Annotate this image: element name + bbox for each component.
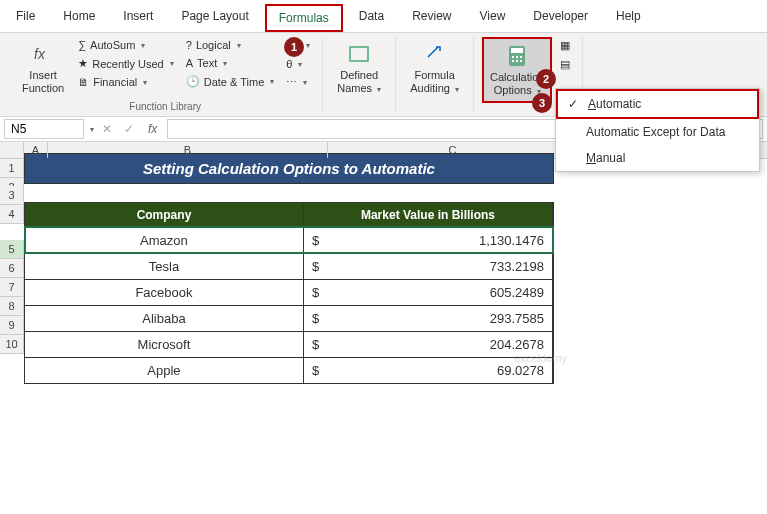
auditing-icon	[421, 41, 449, 67]
group-formula-auditing: Formula Auditing ▾	[396, 37, 474, 112]
row-header[interactable]: 4	[0, 205, 24, 224]
chevron-down-icon: ▾	[303, 78, 307, 87]
calc-now-button[interactable]: ▦	[556, 37, 574, 54]
cell-value: $1,130.1476	[304, 228, 553, 253]
table-row[interactable]: Microsoft$204.2678	[25, 331, 553, 357]
svg-point-4	[512, 56, 514, 58]
text-icon: A	[186, 57, 193, 69]
chevron-down-icon: ▾	[237, 41, 241, 50]
financial-button[interactable]: 🗎Financial▾	[74, 74, 178, 90]
cell-value: $293.7585	[304, 306, 553, 331]
tab-insert[interactable]: Insert	[111, 4, 165, 32]
chevron-down-icon: ▾	[223, 59, 227, 68]
watermark: exceldemy	[514, 352, 567, 364]
calc-now-icon: ▦	[560, 39, 570, 52]
tab-page-layout[interactable]: Page Layout	[169, 4, 260, 32]
sigma-icon: ∑	[78, 39, 86, 51]
col-header-b[interactable]: B	[48, 142, 328, 158]
cancel-icon[interactable]: ✕	[98, 122, 116, 136]
row-header[interactable]: 3	[0, 186, 24, 205]
tab-help[interactable]: Help	[604, 4, 653, 32]
group-defined-names: Defined Names ▾	[323, 37, 396, 112]
logical-button[interactable]: ?Logical▾	[182, 37, 279, 53]
table-row[interactable]: Apple$69.0278	[25, 357, 553, 383]
clock-icon: 🕒	[186, 75, 200, 88]
calc-sheet-icon: ▤	[560, 58, 570, 71]
cell-value: $733.2198	[304, 254, 553, 279]
step-badge-3: 3	[532, 93, 552, 113]
row-header[interactable]: 5	[0, 240, 24, 259]
date-time-button[interactable]: 🕒Date & Time▾	[182, 73, 279, 90]
chevron-down-icon: ▾	[141, 41, 145, 50]
col-header-a[interactable]: A	[24, 142, 48, 158]
row-header[interactable]: 10	[0, 335, 24, 354]
table-header-market: Market Value in Billions	[304, 203, 553, 227]
formula-auditing-button[interactable]: Formula Auditing ▾	[404, 37, 465, 99]
cell-company: Alibaba	[25, 306, 304, 331]
recently-used-button[interactable]: ★Recently Used▾	[74, 55, 178, 72]
chevron-down-icon: ▾	[170, 59, 174, 68]
tab-home[interactable]: Home	[51, 4, 107, 32]
theta-icon: θ	[286, 58, 292, 70]
tab-view[interactable]: View	[468, 4, 518, 32]
fx-icon[interactable]: fx	[142, 122, 163, 136]
svg-point-8	[516, 60, 518, 62]
text-button[interactable]: AText▾	[182, 55, 279, 71]
chevron-down-icon: ▾	[306, 41, 310, 50]
cell-value: $605.2489	[304, 280, 553, 305]
confirm-icon[interactable]: ✓	[120, 122, 138, 136]
math-button[interactable]: θ▾	[282, 56, 314, 72]
group-function-library: fx Insert Function ∑AutoSum▾ ★Recently U…	[8, 37, 323, 112]
autosum-button[interactable]: ∑AutoSum▾	[74, 37, 178, 53]
name-box[interactable]	[4, 119, 84, 139]
more-functions-button[interactable]: ⋯▾	[282, 74, 314, 91]
menu-automatic-except[interactable]: Automatic Except for Data	[556, 119, 759, 145]
table-row[interactable]: Tesla$733.2198	[25, 253, 553, 279]
cell-company: Amazon	[25, 228, 304, 253]
menu-label: anual	[596, 151, 625, 165]
chevron-down-icon: ▾	[298, 60, 302, 69]
group-label: Function Library	[129, 101, 201, 112]
tab-file[interactable]: File	[4, 4, 47, 32]
financial-icon: 🗎	[78, 76, 89, 88]
tab-data[interactable]: Data	[347, 4, 396, 32]
menu-manual[interactable]: Manual	[556, 145, 759, 171]
insert-function-button[interactable]: fx Insert Function	[16, 37, 70, 99]
ribbon-tabs: File Home Insert Page Layout Formulas Da…	[0, 0, 767, 33]
svg-rect-1	[350, 47, 368, 61]
row-header[interactable]: 8	[0, 297, 24, 316]
calculation-options-menu: 3 Automatic Automatic Except for Data Ma…	[555, 88, 760, 172]
row-header[interactable]: 7	[0, 278, 24, 297]
chevron-down-icon[interactable]: ▾	[90, 125, 94, 134]
calc-sheet-button[interactable]: ▤	[556, 56, 574, 73]
cell-company: Apple	[25, 358, 304, 383]
step-badge-2: 2	[536, 69, 556, 89]
cell-company: Microsoft	[25, 332, 304, 357]
svg-rect-3	[511, 48, 523, 53]
data-table: Company Market Value in Billions Amazon$…	[24, 202, 554, 384]
row-header[interactable]: 1	[0, 159, 24, 178]
row-header[interactable]: 6	[0, 259, 24, 278]
col-header-c[interactable]: C	[328, 142, 578, 158]
table-row[interactable]: Amazon$1,130.1476	[25, 227, 553, 253]
tab-developer[interactable]: Developer	[521, 4, 600, 32]
chevron-down-icon: ▾	[270, 77, 274, 86]
table-row[interactable]: Alibaba$293.7585	[25, 305, 553, 331]
select-all-corner[interactable]	[0, 142, 24, 158]
tab-review[interactable]: Review	[400, 4, 463, 32]
fx-icon: fx	[29, 41, 57, 67]
table-header-company: Company	[25, 203, 304, 227]
chevron-down-icon: ▾	[377, 85, 381, 94]
defined-names-button[interactable]: Defined Names ▾	[331, 37, 387, 99]
table-row[interactable]: Facebook$605.2489	[25, 279, 553, 305]
row-header[interactable]: 9	[0, 316, 24, 335]
menu-automatic[interactable]: Automatic	[556, 89, 759, 119]
worksheet: A B C 1 2 Setting Calculation Options to…	[0, 142, 767, 384]
tab-formulas[interactable]: Formulas	[265, 4, 343, 32]
svg-point-6	[520, 56, 522, 58]
svg-text:fx: fx	[34, 46, 46, 62]
cell-company: Tesla	[25, 254, 304, 279]
svg-point-5	[516, 56, 518, 58]
calculator-icon	[503, 43, 531, 69]
name-tag-icon	[345, 41, 373, 67]
